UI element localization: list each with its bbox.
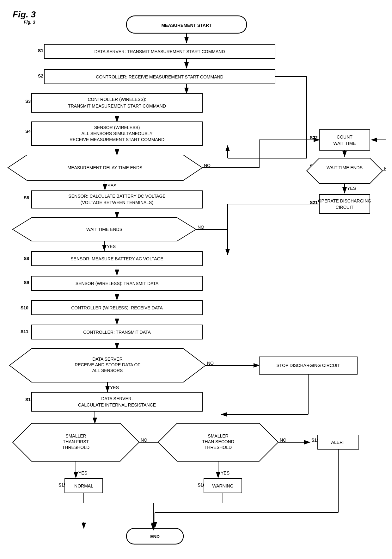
s6-text1: SENSOR: CALCULATE BATTERY DC VOLTAGE — [68, 194, 165, 199]
s18-text: WARNING — [212, 483, 233, 488]
s17-text1: SMALLER — [208, 433, 228, 438]
s22-label: S22 — [310, 135, 318, 140]
s8-label: S8 — [24, 256, 29, 261]
s6-text2: (VOLTAGE BETWEEN TERMINALS) — [81, 200, 153, 205]
s12-text2: RECEIVE AND STORE DATA OF — [75, 362, 140, 367]
s6-label: S6 — [24, 195, 29, 200]
start-label: MEASUREMENT START — [161, 23, 212, 28]
s12-text1: DATA SERVER — [92, 357, 123, 362]
svg-marker-15 — [307, 158, 383, 183]
s14-text3: THRESHOLD — [62, 445, 89, 450]
s8-text: SENSOR: MEASURE BATTERY AC VOLTAGE — [70, 256, 163, 261]
s12-no: NO — [207, 361, 214, 366]
s13-text2: CALCULATE INTERNAL RESISTANCE — [78, 402, 156, 407]
s21-text2: CIRCUIT — [336, 205, 354, 210]
s14-yes: YES — [78, 470, 87, 475]
flowchart: Fig. 3 MEASUREMENT START S1 DATA SERVER:… — [6, 6, 386, 554]
s17-yes: YES — [221, 470, 230, 475]
s7-text: WAIT TIME ENDS — [86, 227, 122, 232]
s12-text3: ALL SENSORS — [92, 368, 123, 373]
s17-text3: THRESHOLD — [205, 445, 232, 450]
s3-text1: CONTROLLER (WIRELESS): — [88, 97, 146, 102]
svg-rect-20 — [319, 195, 370, 214]
s7-no: NO — [198, 225, 204, 230]
fig-label-text: Fig. 3 — [24, 20, 35, 25]
s9-label: S9 — [24, 280, 29, 285]
s3-label: S3 — [25, 99, 31, 104]
s3-text2: TRANSMIT MEASUREMENT START COMMAND — [68, 103, 166, 109]
s5-no: NO — [204, 163, 211, 168]
svg-rect-13 — [319, 130, 370, 150]
s12-yes: YES — [110, 385, 119, 390]
s7-yes: YES — [107, 244, 116, 249]
end-label: END — [150, 534, 160, 539]
s14-text1: SMALLER — [65, 433, 86, 438]
svg-rect-9 — [32, 93, 202, 112]
s13-text1: DATA SERVER: — [101, 396, 133, 401]
s1-label: S1 — [38, 48, 43, 53]
s11-label: S11 — [21, 329, 28, 334]
s20-no: NO — [384, 166, 386, 171]
s9-text: SENSOR (WIRELESS): TRANSMIT DATA — [76, 281, 159, 286]
s20-text1: WAIT TIME ENDS — [327, 165, 363, 170]
s10-label: S10 — [21, 305, 28, 310]
s4-text2: ALL SENSORS SIMULTANEOUSLY — [81, 131, 153, 136]
s5-text: MEASUREMENT DELAY TIME ENDS — [67, 165, 142, 170]
s17-no: NO — [280, 438, 286, 443]
s14-text2: THAN FIRST — [63, 439, 89, 444]
s22-text1: COUNT — [337, 134, 352, 140]
s22-text2: WAIT TIME — [333, 141, 356, 146]
s2-text: CONTROLLER: RECEIVE MEASUREMENT START CO… — [96, 74, 223, 79]
s15-text: NORMAL — [74, 483, 93, 488]
s1-text: DATA SERVER: TRANSMIT MEASUREMENT START … — [94, 49, 225, 54]
s11-text: CONTROLLER: TRANSMIT DATA — [83, 330, 151, 335]
s5-yes: YES — [107, 183, 116, 188]
s4-text1: SENSOR (WIRELESS) — [94, 125, 140, 130]
s19-text: ALERT — [331, 440, 346, 445]
s4-text3: RECEIVE MEASUREMENT START COMMAND — [70, 137, 164, 142]
page: Fig. 3 Fig. 3 MEASUREMENT START S1 DATA … — [0, 0, 392, 559]
s20-yes: YES — [347, 186, 356, 191]
s2-label: S2 — [38, 73, 43, 78]
s14-no: NO — [141, 438, 147, 443]
s16-text: STOP DISCHARGING CIRCUIT — [277, 363, 340, 368]
s21-text1: OPERATE DISCHARGING — [318, 198, 371, 203]
s4-label: S4 — [25, 129, 31, 134]
svg-rect-50 — [32, 392, 202, 411]
s10-text: CONTROLLER (WIRELESS): RECEIVE DATA — [71, 305, 163, 310]
s17-text2: THAN SECOND — [202, 439, 234, 444]
